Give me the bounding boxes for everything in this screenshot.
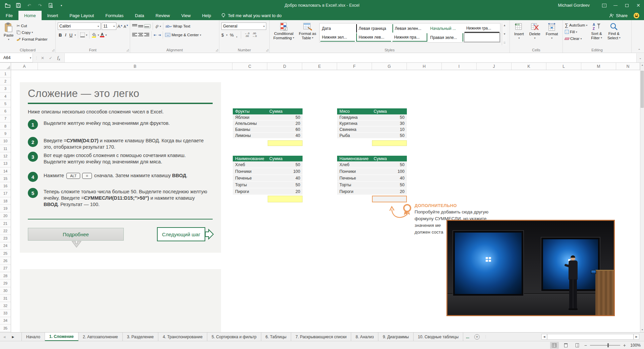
font-family-select[interactable]: Calibri▾ [58,22,101,30]
sheet-tab[interactable]: 3. Разделение [123,333,159,341]
table-row[interactable]: Хлеб50 [233,161,303,168]
select-all-corner[interactable] [0,63,11,70]
sheet-tab[interactable]: 10. Сводные таблицы [414,333,463,341]
table-header-row[interactable]: МясоСумма [337,108,407,114]
vertical-scrollbar[interactable]: ▲ ▼ [640,63,644,332]
percent-icon[interactable]: % [230,33,234,38]
undo-icon[interactable]: ↶ [26,3,32,8]
gallery-scroll-strip[interactable]: ▲▼⍗ [502,23,507,45]
font-dialog-launcher-icon[interactable]: ◿ [126,48,129,52]
italic-button[interactable]: I [64,32,67,38]
row-header[interactable]: 9 [0,130,11,137]
sheet-tab[interactable]: 2. Автозаполнение [78,333,123,341]
column-header-D[interactable]: D [267,63,302,70]
table-row[interactable]: Лимоны40 [233,133,303,139]
row-header[interactable]: 25 [0,250,11,257]
tab-insert[interactable]: Insert [42,11,64,20]
horizontal-scrollbar[interactable]: ◀ ▶ [541,334,639,340]
row-header[interactable]: 30 [0,287,11,295]
sheet-canvas[interactable]: Сложение — это легко Ниже описаны нескол… [11,70,640,332]
sort-filter-button[interactable]: AZ Sort & Filter▾ [589,22,604,47]
table-row[interactable]: Пончики100 [337,168,407,175]
increase-indent-icon[interactable]: ⇥ [158,33,161,37]
tell-me-box[interactable]: Tell me what you want to do [217,11,286,20]
table-row[interactable]: Говядина50 [337,114,407,120]
row-header[interactable]: 20 [0,212,11,220]
sheet-tab[interactable]: 8. Анализ [351,333,378,341]
column-header-A[interactable]: A [11,63,38,70]
cell-style-item[interactable]: Левая зелен... [392,24,427,33]
sheet-tab[interactable]: 9. Диаграммы [378,333,414,341]
table-row[interactable]: Апельсины20 [233,120,303,127]
format-painter-button[interactable]: Format Painter [16,36,47,42]
name-box-dropdown-icon[interactable]: ▾ [30,56,31,59]
orientation-icon[interactable]: ab [154,23,160,29]
fill-color-icon[interactable] [92,33,97,38]
column-header-L[interactable]: L [546,63,581,70]
number-dialog-launcher-icon[interactable]: ◿ [266,48,268,52]
delete-cells-button[interactable]: Delete ▾ [527,22,543,47]
tab-formulas[interactable]: Formulas [100,11,129,20]
ribbon-display-options-icon[interactable]: ↑ [598,0,610,11]
row-header[interactable]: 13 [0,160,11,167]
feedback-smiley-icon[interactable] [634,13,639,18]
tab-data[interactable]: Data [129,11,150,20]
zoom-slider-thumb[interactable] [607,343,609,347]
row-header[interactable]: 35 [0,325,11,332]
align-bottom-icon[interactable] [144,24,151,28]
wrap-text-label[interactable]: Wrap Text [173,24,190,28]
row-header[interactable]: 12 [0,152,11,160]
enter-formula-icon[interactable]: ✓ [47,56,54,60]
table-row[interactable]: Пироги20 [233,188,303,195]
fill-button[interactable]: ↓Fill▾ [565,29,587,35]
column-header-B[interactable]: B [38,63,232,70]
sheet-tab[interactable]: 5. Сортировка и фильтр [207,333,261,341]
tab-file[interactable]: File [0,11,18,20]
cell-style-item[interactable]: Начальный ... [429,24,464,33]
page-layout-view-button[interactable] [561,342,570,349]
increase-decimal-icon[interactable]: ←.0.00 [245,32,250,38]
merge-center-icon[interactable]: ↔ [165,33,170,37]
row-header[interactable]: 18 [0,197,11,205]
row-header[interactable]: 8 [0,122,11,130]
cell-style-item[interactable]: Левая граница [356,24,391,33]
formula-input[interactable] [64,53,637,62]
borders-dropdown-icon[interactable]: ▾ [86,34,87,37]
number-format-select[interactable]: General▾ [221,22,266,30]
save-icon[interactable] [15,3,21,8]
table-row[interactable]: Печенье40 [337,175,407,182]
conditional-formatting-button[interactable]: ≠ Conditional Formatting▾ [272,22,296,47]
open-icon[interactable] [5,3,11,8]
zoom-level[interactable]: 100% [629,343,641,348]
user-name[interactable]: Michael Gordeev [558,3,590,8]
row-header[interactable]: 34 [0,317,11,325]
cell-style-item[interactable]: Нижняя зел... [320,33,355,42]
row-header[interactable]: 3 [0,85,11,93]
table-row[interactable]: Хлеб50 [337,161,407,168]
insert-cells-button[interactable]: Insert ▾ [512,22,526,47]
sheet-tabs-overflow[interactable]: ... [463,333,472,341]
align-center-icon[interactable] [138,33,143,37]
redo-icon[interactable]: ↷ [37,3,43,8]
alignment-dialog-launcher-icon[interactable]: ◿ [216,48,218,52]
cell-style-item[interactable] [465,33,499,42]
comma-icon[interactable]: , [236,32,237,38]
horizontal-scroll-thumb[interactable] [547,334,634,339]
tab-view[interactable]: View [175,11,196,20]
row-header[interactable]: 15 [0,175,11,182]
expand-formula-bar-icon[interactable]: ⌄ [637,53,644,62]
merge-center-label[interactable]: Merge & Center [171,33,199,37]
table-row[interactable]: Яблоки50 [233,114,303,120]
cut-button[interactable]: ✂Cut [16,23,47,29]
column-header-K[interactable]: K [512,63,546,70]
cell-style-item[interactable]: Дата [320,24,355,33]
underline-button[interactable]: U [68,32,73,38]
table-row[interactable]: Торты50 [233,182,303,188]
row-header[interactable]: 32 [0,302,11,309]
customize-qat-icon[interactable]: ▾ [58,3,64,8]
row-header[interactable]: 24 [0,242,11,250]
more-button[interactable]: Подробнее [28,228,124,241]
tab-home[interactable]: Home [18,11,42,20]
find-select-button[interactable]: Find & Select▾ [606,22,622,47]
align-top-icon[interactable] [132,24,137,28]
